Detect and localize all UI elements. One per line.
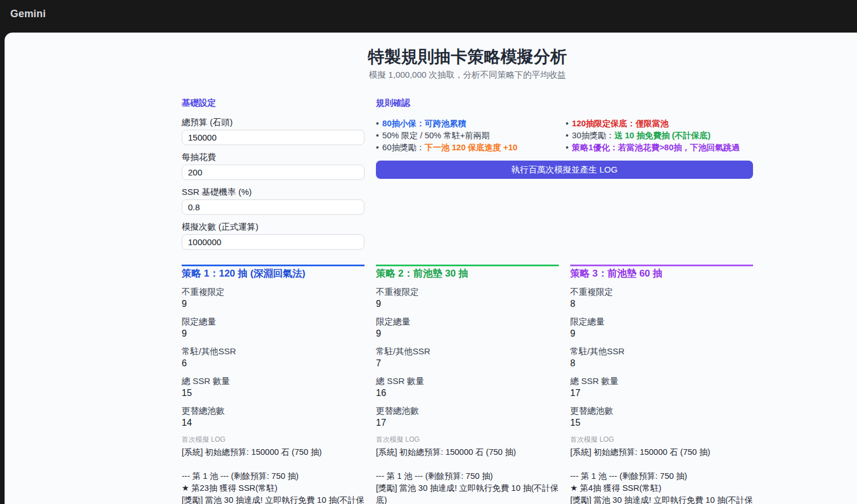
bullet-icon: • [376, 143, 379, 152]
stat-limited-total: 限定總量 9 [376, 315, 559, 339]
stat-label: 總 SSR 數量 [570, 375, 753, 387]
stat-value: 15 [570, 417, 753, 429]
stat-label: 不重複限定 [376, 286, 559, 298]
rule-strategy1-optimization: •策略1優化：若當池花費>80抽，下池回氣跳過 [566, 142, 753, 154]
bullet-icon: • [566, 119, 568, 128]
stat-value: 8 [570, 357, 753, 369]
stat-value: 14 [182, 417, 365, 429]
stat-standard-ssr: 常駐/其他SSR 6 [182, 345, 365, 369]
simulation-log: [系統] 初始總預算: 150000 石 (750 抽) --- 第 1 池 -… [376, 446, 559, 504]
settings-section: 基礎設定 總預算 (石頭) 每抽花費 SSR 基礎機率 (%) 模擬次數 (正式… [182, 98, 365, 257]
rule-highlight: 120抽限定保底：僅限當池 [572, 119, 668, 128]
rule-60-pull-bonus: •60抽獎勵：下一池 120 保底進度 +10 [376, 142, 562, 154]
stat-value: 9 [570, 327, 753, 339]
stat-value: 8 [570, 298, 753, 310]
rule-80-pull-pity: •80抽小保：可跨池累積 [376, 118, 562, 130]
strategy-1-card: 策略 1：120 抽 (深淵回氣法) 不重複限定 9 限定總量 9 常駐/其他S… [182, 265, 365, 504]
stat-label: 更替總池數 [182, 405, 365, 417]
stat-total-pools: 更替總池數 17 [376, 405, 559, 429]
bullet-icon: • [566, 143, 568, 152]
field-ssr-base-rate: SSR 基礎機率 (%) [182, 187, 365, 215]
strategy-2-title: 策略 2：前池墊 30 抽 [376, 269, 559, 279]
stat-unique-limited: 不重複限定 9 [182, 286, 365, 310]
strategy-1-title: 策略 1：120 抽 (深淵回氣法) [182, 269, 365, 279]
simulation-log: [系統] 初始總預算: 150000 石 (750 抽) --- 第 1 池 -… [570, 446, 753, 504]
stat-label: 不重複限定 [182, 286, 365, 298]
rule-highlight: 80抽小保：可跨池累積 [382, 119, 466, 128]
stat-value: 17 [376, 417, 559, 429]
app-card: 特製規則抽卡策略模擬分析 模擬 1,000,000 次抽取，分析不同策略下的平均… [5, 33, 857, 504]
stat-label: 限定總量 [376, 315, 559, 327]
rule-highlight: 下一池 120 保底進度 +10 [425, 143, 517, 152]
field-total-budget: 總預算 (石頭) [182, 118, 365, 145]
bullet-icon: • [376, 119, 379, 128]
stat-label: 更替總池數 [376, 405, 559, 417]
stat-standard-ssr: 常駐/其他SSR 7 [376, 345, 559, 369]
stat-label: 限定總量 [570, 315, 753, 327]
simulation-log: [系統] 初始總預算: 150000 石 (750 抽) --- 第 1 池 -… [182, 446, 365, 504]
stat-label: 總 SSR 數量 [376, 375, 559, 387]
stat-total-pools: 更替總池數 15 [570, 405, 753, 429]
rules-list-right: •120抽限定保底：僅限當池 •30抽獎勵：送 10 抽免費抽 (不計保底) •… [566, 118, 753, 154]
stat-value: 16 [376, 387, 559, 399]
stat-label: 總 SSR 數量 [182, 375, 365, 387]
stat-label: 限定總量 [182, 315, 365, 327]
stat-value: 9 [182, 327, 365, 339]
bullet-icon: • [376, 131, 379, 140]
page-subtitle: 模擬 1,000,000 次抽取，分析不同策略下的平均收益 [182, 70, 753, 81]
stat-value: 7 [376, 357, 559, 369]
stat-unique-limited: 不重複限定 9 [376, 286, 559, 310]
stat-label: 常駐/其他SSR [182, 345, 365, 357]
rule-prefix: 60抽獎勵： [382, 143, 425, 152]
stat-value: 15 [182, 387, 365, 399]
cost-per-pull-input[interactable] [182, 165, 365, 180]
page-title: 特製規則抽卡策略模擬分析 [182, 47, 753, 66]
rules-list-left: •80抽小保：可跨池累積 •50% 限定 / 50% 常駐+前兩期 •60抽獎勵… [376, 118, 562, 154]
stat-label: 更替總池數 [570, 405, 753, 417]
gemini-logo: Gemini [10, 8, 46, 20]
stat-label: 不重複限定 [570, 286, 753, 298]
log-heading: 首次模擬 LOG [570, 435, 753, 443]
rule-prefix: 50% 限定 / 50% 常駐+前兩期 [382, 131, 490, 140]
total-budget-input[interactable] [182, 130, 365, 145]
rule-30-pull-bonus: •30抽獎勵：送 10 抽免費抽 (不計保底) [566, 130, 753, 142]
page-header: 特製規則抽卡策略模擬分析 模擬 1,000,000 次抽取，分析不同策略下的平均… [182, 33, 753, 81]
rule-120-pull-pity: •120抽限定保底：僅限當池 [566, 118, 753, 130]
stat-label: 常駐/其他SSR [376, 345, 559, 357]
run-simulation-button[interactable]: 執行百萬次模擬並產生 LOG [376, 161, 753, 179]
stat-limited-total: 限定總量 9 [182, 315, 365, 339]
rules-lists: •80抽小保：可跨池累積 •50% 限定 / 50% 常駐+前兩期 •60抽獎勵… [376, 118, 753, 155]
bullet-icon: • [566, 131, 568, 140]
stat-value: 9 [376, 298, 559, 310]
stat-total-ssr: 總 SSR 數量 17 [570, 375, 753, 399]
simulation-count-input[interactable] [182, 234, 365, 250]
rules-heading: 規則確認 [376, 98, 753, 107]
log-heading: 首次模擬 LOG [182, 435, 365, 443]
log-heading: 首次模擬 LOG [376, 435, 559, 443]
strategy-3-title: 策略 3：前池墊 60 抽 [570, 269, 753, 279]
cost-per-pull-label: 每抽花費 [182, 153, 365, 161]
content-container: 特製規則抽卡策略模擬分析 模擬 1,000,000 次抽取，分析不同策略下的平均… [182, 33, 753, 504]
simulation-count-label: 模擬次數 (正式運算) [182, 222, 365, 231]
stat-value: 9 [182, 298, 365, 310]
field-cost-per-pull: 每抽花費 [182, 153, 365, 180]
stat-total-ssr: 總 SSR 數量 16 [376, 375, 559, 399]
stat-total-pools: 更替總池數 14 [182, 405, 365, 429]
rule-highlight: 策略1優化：若當池花費>80抽，下池回氣跳過 [572, 143, 740, 152]
stat-label: 常駐/其他SSR [570, 345, 753, 357]
field-simulation-count: 模擬次數 (正式運算) [182, 222, 365, 250]
top-bar: Gemini [0, 0, 857, 33]
stat-limited-total: 限定總量 9 [570, 315, 753, 339]
stat-unique-limited: 不重複限定 8 [570, 286, 753, 310]
rules-section: 規則確認 •80抽小保：可跨池累積 •50% 限定 / 50% 常駐+前兩期 •… [376, 98, 753, 179]
stat-total-ssr: 總 SSR 數量 15 [182, 375, 365, 399]
total-budget-label: 總預算 (石頭) [182, 118, 365, 126]
strategy-2-card: 策略 2：前池墊 30 抽 不重複限定 9 限定總量 9 常駐/其他SSR 7 … [376, 265, 559, 504]
strategy-3-card: 策略 3：前池墊 60 抽 不重複限定 8 限定總量 9 常駐/其他SSR 8 … [570, 265, 753, 504]
ssr-base-rate-input[interactable] [182, 199, 365, 215]
rule-rate-split: •50% 限定 / 50% 常駐+前兩期 [376, 130, 562, 142]
stat-value: 6 [182, 357, 365, 369]
rule-prefix: 30抽獎勵： [572, 131, 614, 140]
stat-value: 9 [376, 327, 559, 339]
stat-value: 17 [570, 387, 753, 399]
